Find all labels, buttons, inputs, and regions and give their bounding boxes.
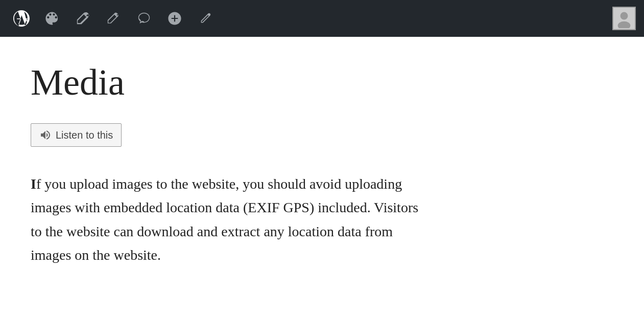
listen-button-label: Listen to this <box>56 129 113 141</box>
svg-point-1 <box>621 12 628 20</box>
navbar-right <box>612 7 636 30</box>
listen-to-this-button[interactable]: Listen to this <box>31 123 122 147</box>
pen-icon[interactable] <box>100 5 127 32</box>
navbar <box>0 0 644 37</box>
navbar-left <box>8 5 219 32</box>
bold-i-letter: I <box>31 176 36 192</box>
user-avatar[interactable] <box>612 7 636 30</box>
wordpress-logo-icon[interactable] <box>8 5 35 32</box>
body-text: If you upload images to the website, you… <box>31 172 429 267</box>
paintbrush-icon[interactable] <box>69 5 96 32</box>
edit-post-icon[interactable] <box>192 5 219 32</box>
comments-icon[interactable] <box>131 5 157 32</box>
main-content: Media Listen to this If you upload image… <box>0 37 460 293</box>
page-title: Media <box>31 62 429 103</box>
new-content-icon[interactable] <box>161 5 188 32</box>
speaker-icon <box>39 129 52 141</box>
customize-icon[interactable] <box>39 5 65 32</box>
